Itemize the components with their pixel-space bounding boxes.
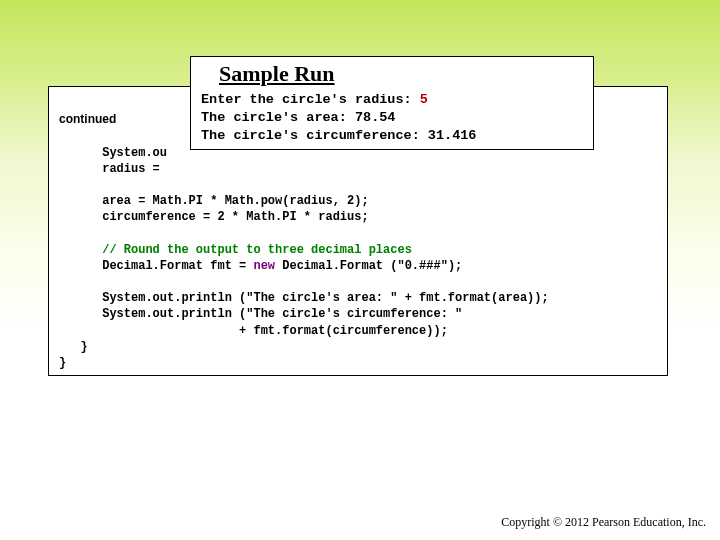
popup-line-3: The circle's circumference: 31.416: [201, 128, 476, 143]
code-line-13: }: [59, 340, 88, 354]
code-line-6: circumference = 2 * Math.PI * radius;: [59, 210, 369, 224]
code-line-10: System.out.println ("The circle's area: …: [59, 291, 549, 305]
code-line-11: System.out.println ("The circle's circum…: [59, 307, 462, 321]
code-line-8a: Decimal.Format fmt =: [59, 259, 253, 273]
popup-line-2: The circle's area: 78.54: [201, 110, 395, 125]
popup-title: Sample Run: [219, 61, 583, 87]
code-line-8b: Decimal.Format ("0.###");: [275, 259, 462, 273]
popup-user-input: 5: [420, 92, 428, 107]
code-line-3: radius =: [59, 162, 167, 176]
keyword-new: new: [253, 259, 275, 273]
popup-line-1a: Enter the circle's radius:: [201, 92, 420, 107]
code-line-14: }: [59, 356, 66, 370]
code-line-5: area = Math.PI * Math.pow(radius, 2);: [59, 194, 369, 208]
sample-run-popup: Sample Run Enter the circle's radius: 5 …: [190, 56, 594, 150]
code-line-2: System.ou: [59, 146, 167, 160]
continued-label: continued: [59, 112, 116, 126]
code-line-12: + fmt.format(circumference));: [59, 324, 448, 338]
code-comment-1: // Round the output to three decimal pla…: [59, 243, 412, 257]
popup-body: Enter the circle's radius: 5 The circle'…: [201, 91, 583, 146]
copyright-text: Copyright © 2012 Pearson Education, Inc.: [501, 515, 706, 530]
